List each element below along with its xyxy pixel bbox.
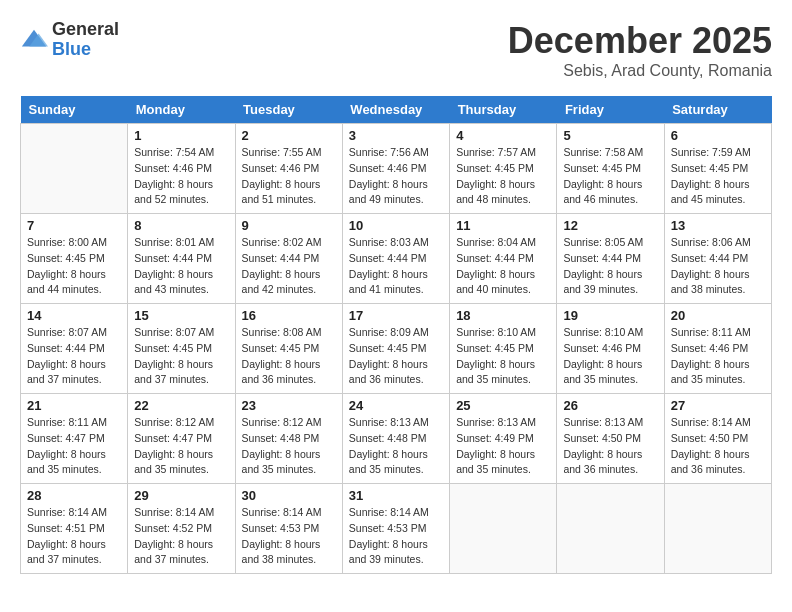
calendar-day-cell: 30Sunrise: 8:14 AMSunset: 4:53 PMDayligh… [235, 484, 342, 574]
day-info: Sunrise: 8:09 AMSunset: 4:45 PMDaylight:… [349, 325, 443, 388]
calendar-week-row: 7Sunrise: 8:00 AMSunset: 4:45 PMDaylight… [21, 214, 772, 304]
day-info: Sunrise: 8:14 AMSunset: 4:53 PMDaylight:… [349, 505, 443, 568]
day-info: Sunrise: 7:58 AMSunset: 4:45 PMDaylight:… [563, 145, 657, 208]
logo-icon [20, 26, 48, 54]
calendar-day-cell: 9Sunrise: 8:02 AMSunset: 4:44 PMDaylight… [235, 214, 342, 304]
calendar-day-cell: 25Sunrise: 8:13 AMSunset: 4:49 PMDayligh… [450, 394, 557, 484]
weekday-header-thursday: Thursday [450, 96, 557, 124]
calendar-day-cell: 19Sunrise: 8:10 AMSunset: 4:46 PMDayligh… [557, 304, 664, 394]
weekday-header-sunday: Sunday [21, 96, 128, 124]
day-info: Sunrise: 8:11 AMSunset: 4:47 PMDaylight:… [27, 415, 121, 478]
calendar-week-row: 21Sunrise: 8:11 AMSunset: 4:47 PMDayligh… [21, 394, 772, 484]
calendar-day-cell: 3Sunrise: 7:56 AMSunset: 4:46 PMDaylight… [342, 124, 449, 214]
day-info: Sunrise: 8:14 AMSunset: 4:52 PMDaylight:… [134, 505, 228, 568]
calendar-day-cell: 5Sunrise: 7:58 AMSunset: 4:45 PMDaylight… [557, 124, 664, 214]
page-header: General Blue December 2025 Sebis, Arad C… [20, 20, 772, 80]
day-info: Sunrise: 8:04 AMSunset: 4:44 PMDaylight:… [456, 235, 550, 298]
day-info: Sunrise: 7:59 AMSunset: 4:45 PMDaylight:… [671, 145, 765, 208]
day-number: 9 [242, 218, 336, 233]
day-info: Sunrise: 8:03 AMSunset: 4:44 PMDaylight:… [349, 235, 443, 298]
day-number: 6 [671, 128, 765, 143]
calendar-day-cell: 12Sunrise: 8:05 AMSunset: 4:44 PMDayligh… [557, 214, 664, 304]
calendar-day-cell: 22Sunrise: 8:12 AMSunset: 4:47 PMDayligh… [128, 394, 235, 484]
day-number: 11 [456, 218, 550, 233]
day-number: 29 [134, 488, 228, 503]
calendar-day-cell: 10Sunrise: 8:03 AMSunset: 4:44 PMDayligh… [342, 214, 449, 304]
day-info: Sunrise: 8:07 AMSunset: 4:45 PMDaylight:… [134, 325, 228, 388]
calendar-day-cell: 7Sunrise: 8:00 AMSunset: 4:45 PMDaylight… [21, 214, 128, 304]
day-info: Sunrise: 8:12 AMSunset: 4:48 PMDaylight:… [242, 415, 336, 478]
calendar-day-cell [21, 124, 128, 214]
day-info: Sunrise: 8:00 AMSunset: 4:45 PMDaylight:… [27, 235, 121, 298]
day-info: Sunrise: 8:10 AMSunset: 4:46 PMDaylight:… [563, 325, 657, 388]
calendar-day-cell [557, 484, 664, 574]
day-number: 5 [563, 128, 657, 143]
day-number: 22 [134, 398, 228, 413]
day-number: 3 [349, 128, 443, 143]
logo-text: General Blue [52, 20, 119, 60]
calendar-week-row: 1Sunrise: 7:54 AMSunset: 4:46 PMDaylight… [21, 124, 772, 214]
day-number: 28 [27, 488, 121, 503]
day-number: 27 [671, 398, 765, 413]
day-number: 18 [456, 308, 550, 323]
calendar-day-cell: 8Sunrise: 8:01 AMSunset: 4:44 PMDaylight… [128, 214, 235, 304]
calendar-week-row: 14Sunrise: 8:07 AMSunset: 4:44 PMDayligh… [21, 304, 772, 394]
calendar-table: SundayMondayTuesdayWednesdayThursdayFrid… [20, 96, 772, 574]
calendar-day-cell: 2Sunrise: 7:55 AMSunset: 4:46 PMDaylight… [235, 124, 342, 214]
calendar-day-cell [450, 484, 557, 574]
day-number: 4 [456, 128, 550, 143]
day-number: 19 [563, 308, 657, 323]
month-title: December 2025 [508, 20, 772, 62]
day-number: 26 [563, 398, 657, 413]
calendar-day-cell: 31Sunrise: 8:14 AMSunset: 4:53 PMDayligh… [342, 484, 449, 574]
day-info: Sunrise: 7:57 AMSunset: 4:45 PMDaylight:… [456, 145, 550, 208]
day-info: Sunrise: 8:14 AMSunset: 4:50 PMDaylight:… [671, 415, 765, 478]
day-info: Sunrise: 8:08 AMSunset: 4:45 PMDaylight:… [242, 325, 336, 388]
calendar-day-cell: 20Sunrise: 8:11 AMSunset: 4:46 PMDayligh… [664, 304, 771, 394]
day-number: 12 [563, 218, 657, 233]
weekday-header-wednesday: Wednesday [342, 96, 449, 124]
calendar-day-cell: 21Sunrise: 8:11 AMSunset: 4:47 PMDayligh… [21, 394, 128, 484]
logo: General Blue [20, 20, 119, 60]
day-number: 16 [242, 308, 336, 323]
day-info: Sunrise: 7:54 AMSunset: 4:46 PMDaylight:… [134, 145, 228, 208]
day-number: 25 [456, 398, 550, 413]
logo-blue-label: Blue [52, 40, 119, 60]
day-number: 20 [671, 308, 765, 323]
calendar-day-cell: 23Sunrise: 8:12 AMSunset: 4:48 PMDayligh… [235, 394, 342, 484]
day-info: Sunrise: 8:06 AMSunset: 4:44 PMDaylight:… [671, 235, 765, 298]
day-number: 24 [349, 398, 443, 413]
calendar-week-row: 28Sunrise: 8:14 AMSunset: 4:51 PMDayligh… [21, 484, 772, 574]
day-number: 7 [27, 218, 121, 233]
day-number: 21 [27, 398, 121, 413]
day-info: Sunrise: 8:13 AMSunset: 4:50 PMDaylight:… [563, 415, 657, 478]
calendar-day-cell: 13Sunrise: 8:06 AMSunset: 4:44 PMDayligh… [664, 214, 771, 304]
day-number: 15 [134, 308, 228, 323]
weekday-header-row: SundayMondayTuesdayWednesdayThursdayFrid… [21, 96, 772, 124]
weekday-header-tuesday: Tuesday [235, 96, 342, 124]
calendar-day-cell: 15Sunrise: 8:07 AMSunset: 4:45 PMDayligh… [128, 304, 235, 394]
day-number: 14 [27, 308, 121, 323]
calendar-day-cell: 14Sunrise: 8:07 AMSunset: 4:44 PMDayligh… [21, 304, 128, 394]
day-number: 17 [349, 308, 443, 323]
calendar-day-cell: 26Sunrise: 8:13 AMSunset: 4:50 PMDayligh… [557, 394, 664, 484]
calendar-day-cell: 24Sunrise: 8:13 AMSunset: 4:48 PMDayligh… [342, 394, 449, 484]
day-info: Sunrise: 8:13 AMSunset: 4:48 PMDaylight:… [349, 415, 443, 478]
day-info: Sunrise: 8:13 AMSunset: 4:49 PMDaylight:… [456, 415, 550, 478]
day-info: Sunrise: 8:05 AMSunset: 4:44 PMDaylight:… [563, 235, 657, 298]
day-number: 1 [134, 128, 228, 143]
weekday-header-monday: Monday [128, 96, 235, 124]
title-area: December 2025 Sebis, Arad County, Romani… [508, 20, 772, 80]
weekday-header-friday: Friday [557, 96, 664, 124]
day-number: 31 [349, 488, 443, 503]
day-number: 10 [349, 218, 443, 233]
weekday-header-saturday: Saturday [664, 96, 771, 124]
calendar-day-cell: 17Sunrise: 8:09 AMSunset: 4:45 PMDayligh… [342, 304, 449, 394]
day-info: Sunrise: 8:14 AMSunset: 4:51 PMDaylight:… [27, 505, 121, 568]
day-info: Sunrise: 8:07 AMSunset: 4:44 PMDaylight:… [27, 325, 121, 388]
calendar-day-cell: 18Sunrise: 8:10 AMSunset: 4:45 PMDayligh… [450, 304, 557, 394]
day-number: 2 [242, 128, 336, 143]
day-info: Sunrise: 8:14 AMSunset: 4:53 PMDaylight:… [242, 505, 336, 568]
calendar-day-cell [664, 484, 771, 574]
day-info: Sunrise: 8:02 AMSunset: 4:44 PMDaylight:… [242, 235, 336, 298]
